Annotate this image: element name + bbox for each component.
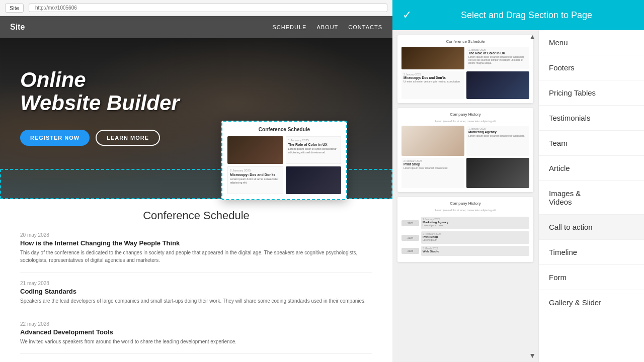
learn-more-button[interactable]: LEARN MORE bbox=[96, 130, 160, 146]
scroll-up-arrow[interactable]: ▲ bbox=[529, 33, 536, 41]
thumb-title-company-1: Company History bbox=[401, 112, 529, 117]
nav-item-call-to-action[interactable]: Call to action bbox=[539, 215, 644, 240]
floating-card-text-1: 1 January 2025 The Role of Color in UX L… bbox=[286, 136, 342, 164]
thumb-text-company-1: 1 January 2025 Marketing Agency Lorem ip… bbox=[466, 126, 529, 156]
top-bar: Site http://m/x/1005606 bbox=[0, 0, 392, 16]
panel-content: ▲ Conference Schedule 1 January 2025 The… bbox=[392, 30, 644, 362]
conf-title-2: Advanced Development Tools bbox=[20, 328, 372, 336]
conf-desc-1: Speakers are the lead developers of larg… bbox=[20, 297, 372, 305]
thumbnail-conference-schedule[interactable]: Conference Schedule 1 January 2025 The R… bbox=[397, 35, 533, 103]
right-panel: ✓ Select and Drag Section to Page ▲ Conf… bbox=[392, 0, 644, 362]
nav-item-article[interactable]: Article bbox=[539, 156, 644, 181]
floating-card-grid: 1 January 2025 The Role of Color in UX L… bbox=[227, 136, 341, 194]
floating-card-img-stage bbox=[286, 166, 342, 194]
nav-item-pricing-tables[interactable]: Pricing Tables bbox=[539, 80, 644, 106]
thumb-company-name-2: Print Shop bbox=[404, 162, 462, 166]
section-title: Conference Schedule bbox=[20, 209, 372, 222]
thumb-company-body-2: Lorem ipsum dolor sit amet consectetur. bbox=[404, 166, 462, 169]
url-bar: http://m/x/1005606 bbox=[29, 4, 387, 12]
hero-title: OnlineWebsite Builder bbox=[20, 68, 372, 115]
conf-title-0: How is the Internet Changing the Way Peo… bbox=[20, 239, 372, 247]
conference-item-2: 22 may 2028 Advanced Development Tools W… bbox=[20, 321, 372, 354]
company-row-2: 2 February 2024 Print Shop Lorem ipsum d… bbox=[401, 158, 529, 188]
register-now-button[interactable]: REGISTER NOW bbox=[20, 130, 90, 146]
thumb-company-2-inner: Lorem ipsum dolor sit amet, consectetur … bbox=[401, 209, 529, 258]
thumb-img-fashion bbox=[466, 158, 529, 188]
thumb-text-company-2: 2 February 2024 Print Shop Lorem ipsum d… bbox=[401, 158, 464, 188]
nav-label-gallery-slider: Gallery & Slider bbox=[549, 298, 601, 307]
thumbnail-company-history-1[interactable]: Company History Lorem ipsum dolor sit am… bbox=[397, 108, 533, 192]
thumb-conf-grid: 1 January 2025 The Role of Color in UX L… bbox=[401, 47, 529, 99]
content-section: Conference Schedule 20 may 2028 How is t… bbox=[0, 199, 392, 362]
thumb-company-1-inner: Lorem ipsum dolor sit amet, consectetur … bbox=[401, 120, 529, 188]
thumb-text-conf-1: 1 January 2025 The Role of Color in UX L… bbox=[466, 47, 529, 69]
floating-card-text-2: 2 January 2025 Microcopy: Dos and Don'ts… bbox=[227, 166, 283, 194]
floating-card-date-1: 1 January 2025 bbox=[288, 139, 339, 142]
nav-label-article: Article bbox=[549, 164, 570, 172]
conf-date-0: 20 may 2028 bbox=[20, 232, 372, 238]
conf-desc-0: This day of the conference is dedicated … bbox=[20, 249, 372, 264]
nav-item-images-videos[interactable]: Images &Videos bbox=[539, 181, 644, 215]
nav-item-timeline[interactable]: Timeline bbox=[539, 240, 644, 265]
nav-item-form[interactable]: Form bbox=[539, 265, 644, 290]
nav-item-footers[interactable]: Footers bbox=[539, 55, 644, 80]
site-logo-bar: Site bbox=[5, 4, 24, 13]
thumb-title-company-2: Company History bbox=[401, 201, 529, 206]
nav-link-about[interactable]: ABOUT bbox=[316, 24, 338, 30]
conference-item-0: 20 may 2028 How is the Internet Changing… bbox=[20, 232, 372, 273]
floating-card-title: Conference Schedule bbox=[227, 127, 341, 132]
nav-label-footers: Footers bbox=[549, 63, 575, 72]
thumb-body-2: Ut enim ad minim veniam quis nostrud exe… bbox=[404, 80, 462, 83]
thumb-title-2: Microcopy: Dos and Don'ts bbox=[404, 76, 462, 79]
thumb-img-speaker bbox=[401, 47, 464, 69]
conference-item-1: 21 may 2028 Coding Standards Speakers ar… bbox=[20, 281, 372, 313]
floating-card-body-2: Lorem ipsum dolor sit amet consectetur a… bbox=[230, 177, 281, 185]
thumbnails-area[interactable]: ▲ Conference Schedule 1 January 2025 The… bbox=[392, 30, 538, 362]
conf-date-1: 21 may 2028 bbox=[20, 281, 372, 286]
nav-link-contacts[interactable]: CONTACTS bbox=[348, 24, 382, 30]
nav-item-team[interactable]: Team bbox=[539, 131, 644, 156]
nav-sidebar: Menu Footers Pricing Tables Testimonials… bbox=[538, 30, 644, 362]
nav-label-timeline: Timeline bbox=[549, 248, 577, 256]
thumb-title-1: The Role of Color in UX bbox=[468, 51, 527, 55]
thumb-company-subtitle-2: Lorem ipsum dolor sit amet, consectetur … bbox=[401, 209, 529, 212]
nav-label-team: Team bbox=[549, 139, 568, 147]
nav-label-call-to-action: Call to action bbox=[549, 223, 593, 231]
scroll-down-arrow[interactable]: ▼ bbox=[529, 351, 536, 359]
conf-desc-2: We invited various speakers from around … bbox=[20, 338, 372, 345]
floating-card-body-1: Lorem ipsum dolor sit amet consectetur a… bbox=[288, 147, 339, 154]
floating-card-title-1: The Role of Color in UX bbox=[288, 143, 339, 146]
site-nav-links: SCHEDULE ABOUT CONTACTS bbox=[273, 24, 383, 30]
thumb-company-body-1: Lorem ipsum dolor sit amet consectetur a… bbox=[468, 134, 527, 137]
floating-card-img-speaker bbox=[227, 136, 283, 164]
floating-card-title-2: Microcopy: Dos and Don'ts bbox=[230, 173, 281, 176]
nav-item-gallery-slider[interactable]: Gallery & Slider bbox=[539, 290, 644, 315]
floating-section-card[interactable]: Conference Schedule 1 January 2025 The R… bbox=[221, 121, 347, 200]
thumb-company-name-1: Marketing Agency bbox=[468, 130, 527, 134]
thumb-title-conf: Conference Schedule bbox=[401, 39, 529, 44]
nav-label-images-videos: Images &Videos bbox=[549, 189, 581, 206]
thumb-img-stage bbox=[466, 71, 529, 99]
thumbnail-company-history-2[interactable]: Company History Lorem ipsum dolor sit am… bbox=[397, 197, 533, 262]
thumb-body-1: Lorem ipsum dolor sit amet consectetur a… bbox=[468, 55, 527, 64]
nav-label-form: Form bbox=[549, 273, 567, 282]
thumb-company-subtitle-1: Lorem ipsum dolor sit amet, consectetur … bbox=[401, 120, 529, 123]
panel-header-title: Select and Drag Section to Page bbox=[419, 10, 634, 21]
panel-header: ✓ Select and Drag Section to Page bbox=[392, 0, 644, 30]
conf-date-2: 22 may 2028 bbox=[20, 321, 372, 327]
floating-card-date-2: 2 January 2025 bbox=[230, 169, 281, 172]
company-row-1: 1 January 2025 Marketing Agency Lorem ip… bbox=[401, 126, 529, 156]
check-icon: ✓ bbox=[403, 9, 412, 22]
conf-title-1: Coding Standards bbox=[20, 288, 372, 295]
thumb-text-conf-2: 2 January 2025 Microcopy: Dos and Don'ts… bbox=[401, 71, 464, 99]
nav-label-pricing-tables: Pricing Tables bbox=[549, 88, 596, 97]
left-panel: Site http://m/x/1005606 Site SCHEDULE AB… bbox=[0, 0, 392, 362]
site-nav-logo: Site bbox=[10, 23, 25, 32]
nav-label-testimonials: Testimonials bbox=[549, 114, 591, 122]
nav-link-schedule[interactable]: SCHEDULE bbox=[273, 24, 307, 30]
site-nav: Site SCHEDULE ABOUT CONTACTS bbox=[0, 16, 392, 38]
thumb-img-person bbox=[401, 126, 464, 156]
nav-item-testimonials[interactable]: Testimonials bbox=[539, 106, 644, 131]
nav-item-menu[interactable]: Menu bbox=[539, 30, 644, 55]
nav-label-menu: Menu bbox=[549, 38, 568, 47]
